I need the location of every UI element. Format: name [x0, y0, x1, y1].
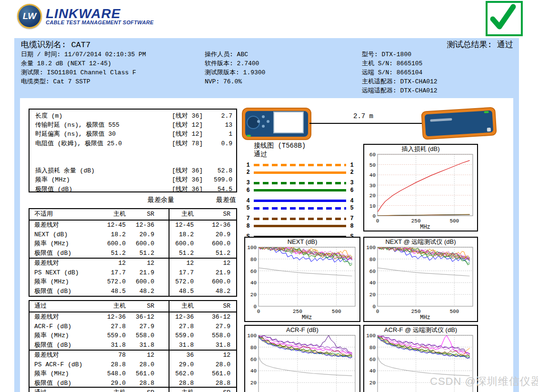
cell-value: 51.2: [194, 249, 230, 258]
table-row: 频率 (MHz)559.0558.0559.0558.0: [30, 331, 236, 341]
wiremap-pin-row: 22: [245, 169, 355, 177]
summary-label: 频率 (MHz): [35, 175, 150, 184]
summary-row: 传输时延 (ns), 极限值 555[线对 12]13: [30, 121, 236, 130]
y-tick-label: 50: [369, 162, 376, 168]
y-tick-label: 60: [369, 269, 376, 274]
cell-value: 48.2: [194, 287, 230, 296]
cell-value: 18.2: [154, 230, 194, 240]
tester-button: [267, 120, 269, 123]
check-icon: [488, 3, 517, 30]
wire-line: [254, 225, 346, 227]
cell-value: 51.2: [154, 249, 194, 258]
cell-value: 21.9: [126, 268, 154, 278]
table-row: 极限值 (dB)51.251.251.251.2: [30, 249, 236, 258]
table-header-row: 通过主机SR主机SR: [30, 301, 236, 312]
summary-pair: [线对 12]: [150, 121, 203, 130]
summary-pair: [线对 78]: [150, 139, 203, 148]
pin-number-right: 3: [349, 180, 355, 186]
y-tick-label: 20: [369, 292, 376, 298]
cell-value: 31.8: [194, 341, 230, 350]
chart-title: NEXT (dB): [288, 238, 318, 245]
wiremap-pin-row: 33: [245, 180, 355, 187]
summary-row: 插入损耗 余量 (dB)[线对 36]52.8: [30, 166, 236, 175]
wiremap-pin-row: 44: [245, 197, 355, 205]
summary-value: 2.7: [203, 111, 232, 121]
table-row: ACR-F (dB)27.827.927.827.9: [30, 322, 236, 332]
pin-number-left: 4: [245, 198, 251, 204]
row-label: 最差线对: [30, 221, 101, 230]
pin-number-right: 5: [349, 205, 355, 211]
link-length-label: 2.7 m: [353, 112, 373, 120]
cell-value: 12: [194, 351, 230, 360]
summary-row: 长度 (m)[线对 36]2.7: [30, 111, 236, 121]
remote-serial: 远端 S/N: 8665104: [362, 68, 438, 77]
y-tick-label: 20: [369, 380, 376, 386]
date-time: 日期 / 时间: 11/07/2014 02:10:35 PM: [21, 50, 146, 59]
y-tick-label: 40: [369, 280, 376, 286]
summary-value: [203, 157, 232, 166]
x-tick-label: 250: [293, 309, 302, 314]
pin-number-left: 7: [245, 215, 251, 222]
cell-value: 558.0: [194, 331, 230, 341]
y-tick-label: 60: [369, 357, 376, 362]
row-label: ACR-F (dB): [30, 322, 101, 332]
cell-value: 559.0: [101, 331, 126, 341]
headroom: 余量 18.2 dB (NEXT 12-45): [21, 59, 146, 68]
table-header-row: 通过主机SR主机SR: [30, 388, 236, 392]
cell-value: 20.9: [126, 230, 154, 240]
chart-canvas: NEXT @ 远端测试仪 (dB)0204060801000250500MHz: [364, 238, 477, 321]
table-row: 频率 (MHz)600.0600.0600.0600.0: [30, 239, 236, 249]
plot-area: [378, 247, 470, 276]
pin-number-right: 1: [349, 162, 355, 169]
row-label: 频率 (MHz): [30, 369, 101, 379]
summary-value: [203, 148, 232, 157]
y-tick-label: 40: [250, 368, 257, 374]
linkware-badge-icon: LW: [17, 4, 42, 29]
plot-area: [378, 335, 470, 376]
cell-value: 572.0: [154, 277, 194, 287]
cell-value: 12-45: [154, 221, 194, 230]
summary-value: 0.9: [203, 139, 232, 148]
y-tick-label: 60: [250, 269, 257, 274]
wiremap-pin-row: 11: [245, 161, 355, 169]
summary-label: [35, 157, 150, 166]
worst-value-caption: 最差值: [193, 196, 236, 204]
remote-adapter: 远端适配器: DTX-CHA012: [362, 86, 438, 95]
cell-value: 600.0: [126, 239, 154, 249]
cell-value: 12-36: [126, 221, 154, 230]
length-delay-summary-box: 长度 (m)[线对 36]2.7传输时延 (ns), 极限值 555[线对 12…: [29, 109, 237, 192]
chart-title: ACR-F @ 远端测试仪 (dB): [384, 326, 457, 333]
cell-value: 20.9: [194, 230, 230, 240]
tester-button: [262, 125, 265, 128]
cell-value: 12: [126, 259, 154, 268]
cell-value: 27.9: [126, 322, 154, 332]
column-header: 主机: [154, 388, 194, 392]
partial-bottom-table: 通过主机SR主机SR: [29, 387, 237, 392]
header-col-1: 日期 / 时间: 11/07/2014 02:10:35 PM 余量 18.2 …: [21, 50, 146, 86]
y-tick-label: 40: [369, 368, 376, 374]
summary-pair: [150, 157, 203, 166]
summary-pair: [150, 148, 203, 157]
main-serial: 主机 S/N: 8665105: [362, 59, 438, 68]
cell-value: 51.2: [126, 249, 154, 258]
remote-tester-image: [421, 107, 497, 140]
report-page: LW LINKWARE CABLE TEST MANAGEMENT SOFTWA…: [0, 0, 538, 392]
wire-line: [254, 218, 346, 220]
chart-trace: [378, 268, 470, 276]
table-status-label: 不适用: [30, 209, 101, 220]
overall-result: 测试总结果: 通过: [447, 39, 513, 50]
wiremap-pin-row: 55: [245, 205, 355, 212]
row-label: 频率 (MHz): [30, 331, 101, 341]
chart-title: ACR-F (dB): [286, 326, 319, 333]
summary-row: 时延偏离 (ns), 极限值 30[线对 12]1: [30, 130, 236, 139]
column-header: SR: [126, 388, 154, 392]
y-tick-label: 100: [366, 333, 376, 339]
column-header: SR: [194, 388, 230, 392]
row-label: 极限值 (dB): [30, 249, 101, 258]
table-row: NEXT (dB)18.220.918.220.9: [30, 230, 236, 240]
table-status-label: 通过: [30, 301, 101, 312]
chart-canvas: NEXT (dB)0204060801000250500MHz: [245, 238, 359, 321]
pin-number-right: 6: [349, 187, 355, 194]
y-tick-label: 80: [250, 345, 257, 351]
cell-value: 27.8: [154, 322, 194, 332]
